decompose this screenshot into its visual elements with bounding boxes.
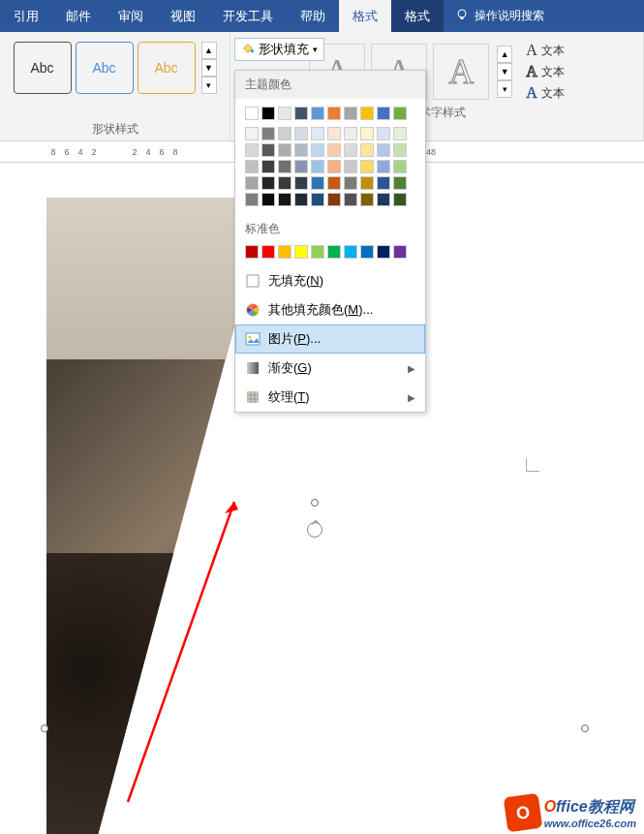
color-swatch[interactable] <box>344 160 357 173</box>
gallery-up-icon[interactable]: ▲ <box>201 42 217 59</box>
color-swatch[interactable] <box>393 160 407 173</box>
color-swatch[interactable] <box>393 107 407 120</box>
color-swatch[interactable] <box>327 176 341 190</box>
color-swatch[interactable] <box>344 193 357 206</box>
color-swatch[interactable] <box>278 193 291 206</box>
color-swatch[interactable] <box>294 127 308 140</box>
tab-help[interactable]: 帮助 <box>287 0 339 32</box>
tab-mailings[interactable]: 邮件 <box>52 0 105 32</box>
color-swatch[interactable] <box>311 176 324 190</box>
color-swatch[interactable] <box>278 176 291 190</box>
color-swatch[interactable] <box>278 107 291 120</box>
shape-fill-button[interactable]: 形状填充 ▾ <box>234 38 324 61</box>
color-swatch[interactable] <box>327 107 341 120</box>
color-swatch[interactable] <box>311 160 324 173</box>
text-effects-button[interactable]: A文本 <box>526 84 565 102</box>
color-swatch[interactable] <box>344 176 357 190</box>
tab-format-2[interactable]: 格式 <box>391 0 444 32</box>
color-swatch[interactable] <box>327 245 341 259</box>
color-swatch[interactable] <box>311 127 324 140</box>
color-swatch[interactable] <box>377 160 390 173</box>
color-swatch[interactable] <box>261 143 275 157</box>
color-swatch[interactable] <box>377 176 390 190</box>
color-swatch[interactable] <box>245 193 259 206</box>
wordart-style-3[interactable]: A <box>433 44 489 100</box>
wordart-more-icon[interactable]: ▾ <box>497 80 512 98</box>
color-swatch[interactable] <box>377 245 390 259</box>
color-swatch[interactable] <box>278 143 291 157</box>
color-swatch[interactable] <box>311 143 324 157</box>
resize-handle-right[interactable] <box>581 725 589 732</box>
shape-style-3[interactable]: Abc <box>138 42 196 94</box>
color-swatch[interactable] <box>344 107 357 120</box>
tab-developer[interactable]: 开发工具 <box>209 0 287 32</box>
color-swatch[interactable] <box>294 107 308 120</box>
color-swatch[interactable] <box>393 193 407 206</box>
wordart-down-icon[interactable]: ▼ <box>497 63 512 80</box>
color-swatch[interactable] <box>278 127 291 140</box>
color-swatch[interactable] <box>245 245 259 259</box>
color-swatch[interactable] <box>360 143 374 157</box>
color-swatch[interactable] <box>360 107 374 120</box>
color-swatch[interactable] <box>393 143 407 157</box>
text-outline-button[interactable]: A文本 <box>526 63 565 80</box>
color-swatch[interactable] <box>311 193 324 206</box>
color-swatch[interactable] <box>360 176 374 190</box>
color-swatch[interactable] <box>377 143 390 157</box>
color-swatch[interactable] <box>261 245 275 259</box>
color-swatch[interactable] <box>377 193 390 206</box>
color-swatch[interactable] <box>245 127 259 140</box>
color-swatch[interactable] <box>377 127 390 140</box>
color-swatch[interactable] <box>294 176 308 190</box>
color-swatch[interactable] <box>344 143 357 157</box>
color-swatch[interactable] <box>261 176 275 190</box>
tab-references[interactable]: 引用 <box>0 0 52 32</box>
color-swatch[interactable] <box>360 193 374 206</box>
gradient-fill-item[interactable]: 渐变(G) ▶ <box>235 354 425 383</box>
color-swatch[interactable] <box>377 107 390 120</box>
more-colors-item[interactable]: 其他填充颜色(M)... <box>235 295 425 324</box>
tab-format-active[interactable]: 格式 <box>339 0 391 32</box>
color-swatch[interactable] <box>261 160 275 173</box>
color-swatch[interactable] <box>311 107 324 120</box>
texture-fill-item[interactable]: 纹理(T) ▶ <box>235 383 425 412</box>
color-swatch[interactable] <box>278 160 291 173</box>
shape-style-1[interactable]: Abc <box>14 42 72 94</box>
gallery-more-icon[interactable]: ▾ <box>201 77 217 94</box>
color-swatch[interactable] <box>261 193 275 206</box>
color-swatch[interactable] <box>360 160 374 173</box>
color-swatch[interactable] <box>294 245 308 259</box>
text-fill-button[interactable]: A文本 <box>526 42 565 59</box>
color-swatch[interactable] <box>344 245 357 259</box>
color-swatch[interactable] <box>393 176 407 190</box>
color-swatch[interactable] <box>294 193 308 206</box>
tell-me-search[interactable]: 操作说明搜索 <box>444 8 544 24</box>
no-fill-item[interactable]: 无填充(N) <box>235 266 425 295</box>
color-swatch[interactable] <box>261 107 275 120</box>
color-swatch[interactable] <box>261 127 275 140</box>
wordart-up-icon[interactable]: ▲ <box>497 46 512 63</box>
color-swatch[interactable] <box>294 160 308 173</box>
color-swatch[interactable] <box>245 176 259 190</box>
rotate-handle[interactable] <box>307 522 322 538</box>
color-swatch[interactable] <box>360 245 374 259</box>
color-swatch[interactable] <box>327 193 341 206</box>
gallery-down-icon[interactable]: ▼ <box>201 59 217 77</box>
resize-handle-top[interactable] <box>311 499 319 507</box>
color-swatch[interactable] <box>360 127 374 140</box>
color-swatch[interactable] <box>245 107 259 120</box>
resize-handle-left[interactable] <box>41 725 48 732</box>
shape-style-2[interactable]: Abc <box>76 42 134 94</box>
color-swatch[interactable] <box>327 160 341 173</box>
color-swatch[interactable] <box>294 143 308 157</box>
tab-view[interactable]: 视图 <box>157 0 209 32</box>
color-swatch[interactable] <box>393 245 407 259</box>
color-swatch[interactable] <box>393 127 407 140</box>
picture-fill-item[interactable]: 图片(P)... <box>235 324 425 354</box>
color-swatch[interactable] <box>344 127 357 140</box>
tab-review[interactable]: 审阅 <box>105 0 157 32</box>
color-swatch[interactable] <box>327 127 341 140</box>
color-swatch[interactable] <box>311 245 324 259</box>
color-swatch[interactable] <box>278 245 291 259</box>
color-swatch[interactable] <box>245 143 259 157</box>
